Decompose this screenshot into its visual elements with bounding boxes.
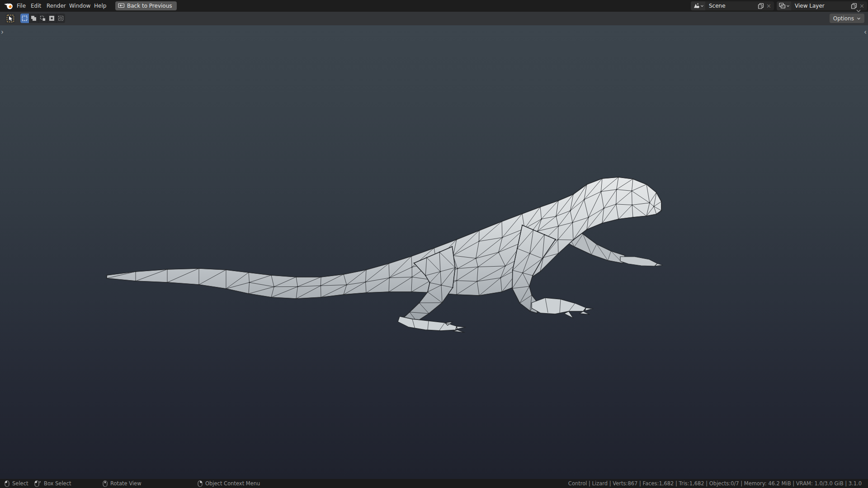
mouse-middle-icon (103, 480, 108, 487)
menu-window[interactable]: Window (67, 0, 92, 12)
blender-logo-icon[interactable] (4, 2, 14, 10)
mouse-left-drag-icon (34, 480, 41, 487)
lizard-wireframe-mesh[interactable] (0, 25, 868, 479)
remove-view-layer-icon: ✕ (859, 3, 867, 9)
mouse-left-icon (5, 480, 9, 487)
select-set-icon (22, 15, 28, 21)
hint-box-select: Box Select (34, 479, 71, 488)
options-button[interactable]: Options (830, 14, 864, 23)
new-view-layer-button[interactable] (849, 3, 859, 9)
menu-file[interactable]: File (15, 0, 28, 12)
select-mode-intersect-button[interactable] (57, 14, 65, 23)
view-layer-icon (779, 3, 786, 9)
chevron-down-icon (786, 4, 790, 8)
scene-selector[interactable]: Scene ✕ (691, 1, 774, 10)
options-label: Options (833, 15, 854, 22)
select-box-tool-icon (6, 14, 14, 23)
select-mode-extend-button[interactable] (29, 14, 38, 23)
duplicate-icon (851, 3, 857, 9)
duplicate-icon (758, 3, 764, 9)
blender-window: { "menubar": { "items": [ {"label": "Fil… (0, 0, 868, 488)
hint-rotate-view: Rotate View (103, 479, 142, 488)
select-intersect-icon (58, 15, 64, 21)
select-mode-set-button[interactable] (20, 14, 29, 23)
menu-render[interactable]: Render (45, 0, 68, 12)
top-menu-bar: File Edit Render Window Help Back to Pre… (0, 0, 868, 12)
mouse-right-icon (198, 480, 203, 487)
chevron-down-icon (857, 17, 861, 20)
scene-statistics: Control | Lizard | Verts:867 | Faces:1,6… (568, 479, 862, 488)
active-tool-button[interactable] (5, 14, 15, 23)
select-mode-invert-button[interactable] (47, 14, 57, 23)
new-scene-button[interactable] (756, 3, 765, 9)
menu-help[interactable]: Help (92, 0, 108, 12)
3d-viewport[interactable]: › ‹ (0, 25, 868, 479)
sidebar-expand-chevron[interactable]: ‹ (864, 29, 867, 36)
select-subtract-icon (40, 15, 46, 21)
unlink-scene-icon: ✕ (765, 3, 774, 9)
viewport-tool-header: Options (0, 12, 868, 25)
select-invert-icon (49, 15, 55, 21)
header-overflow-chevron-icon[interactable] (856, 9, 861, 13)
hint-object-context-menu: Object Context Menu (198, 479, 260, 488)
back-to-previous-button[interactable]: Back to Previous (115, 1, 177, 10)
menu-edit[interactable]: Edit (29, 0, 43, 12)
back-to-previous-label: Back to Previous (127, 3, 172, 9)
select-mode-group (20, 14, 65, 23)
hint-select: Select (5, 479, 28, 488)
view-layer-name[interactable]: View Layer (791, 3, 849, 9)
select-mode-subtract-button[interactable] (38, 14, 47, 23)
chevron-down-icon (700, 4, 704, 8)
back-screen-icon (118, 3, 125, 9)
view-layer-selector[interactable]: View Layer ✕ (777, 1, 867, 10)
toolbar-expand-chevron[interactable]: › (1, 29, 4, 36)
scene-name[interactable]: Scene (705, 3, 756, 9)
status-bar: Select Box Select Rotate View Object Con… (0, 479, 868, 488)
scene-icon (693, 3, 700, 9)
select-extend-icon (31, 15, 37, 21)
